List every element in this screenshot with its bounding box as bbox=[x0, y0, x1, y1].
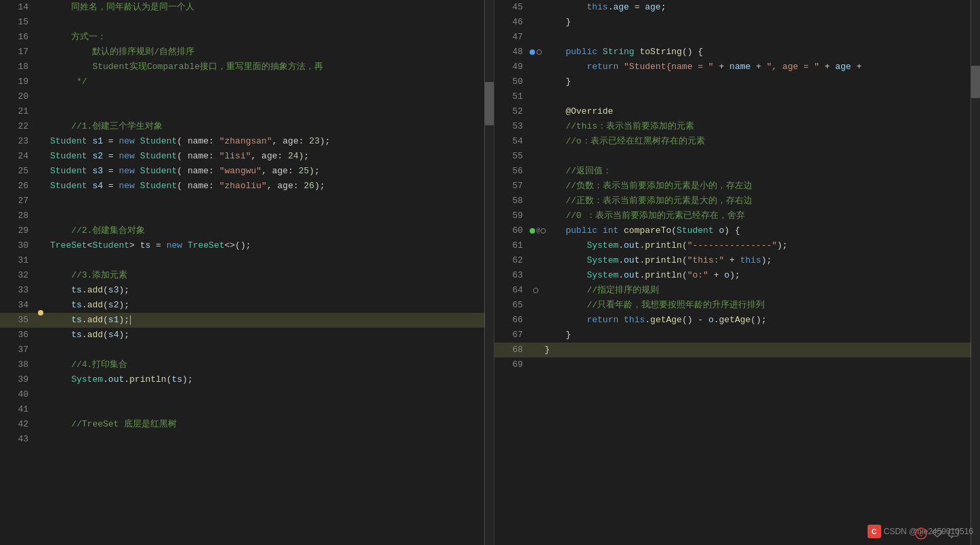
line-content-24: Student s2 = new Student( name: "lisi", … bbox=[47, 149, 494, 164]
line-content-42: //TreeSet 底层是红黑树 bbox=[47, 417, 494, 432]
comment-icon[interactable] bbox=[947, 527, 960, 540]
line-content-66: return this.getAge() - o.getAge(); bbox=[542, 313, 980, 328]
line-num-63: 63 bbox=[494, 268, 528, 283]
line-content-61: System.out.println("---------------"); bbox=[542, 238, 980, 253]
code-line-61: 61 System.out.println("---------------")… bbox=[494, 238, 980, 253]
line-content-16: 方式一： bbox=[47, 30, 494, 45]
svg-rect-2 bbox=[949, 529, 958, 536]
code-line-21: 21 bbox=[0, 104, 494, 119]
line-num-38: 38 bbox=[0, 357, 34, 372]
line-num-43: 43 bbox=[0, 432, 34, 447]
watermark-logo-text: C bbox=[872, 528, 876, 536]
line-num-32: 32 bbox=[0, 268, 34, 283]
line-content-33: ts.add(s3); bbox=[47, 283, 494, 298]
code-line-49: 49 return "Student{name = " + name + ", … bbox=[494, 60, 980, 74]
right-scrollbar-thumb[interactable] bbox=[971, 66, 980, 98]
code-line-19: 19 */ bbox=[0, 74, 494, 89]
line-num-50: 50 bbox=[494, 74, 528, 89]
share-icon[interactable]: C bbox=[915, 527, 927, 540]
code-line-23: 23 Student s1 = new Student( name: "zhan… bbox=[0, 134, 494, 149]
line-content-67: } bbox=[542, 328, 980, 343]
line-content-14: 同姓名，同年龄认为是同一个人 bbox=[47, 0, 494, 15]
line-num-55: 55 bbox=[494, 149, 528, 164]
line-num-59: 59 bbox=[494, 209, 528, 223]
code-line-38: 38 //4.打印集合 bbox=[0, 357, 494, 372]
line-num-67: 67 bbox=[494, 328, 528, 343]
code-line-39: 39 System.out.println(ts); bbox=[0, 372, 494, 387]
watermark-logo: C bbox=[868, 525, 881, 538]
line-content-60: public int compareTo(Student o) { bbox=[542, 223, 980, 238]
code-line-31: 31 bbox=[0, 253, 494, 268]
code-line-26: 26 Student s4 = new Student( name: "zhao… bbox=[0, 179, 494, 194]
line-content-25: Student s3 = new Student( name: "wangwu"… bbox=[47, 164, 494, 179]
line-num-69: 69 bbox=[494, 357, 528, 372]
code-line-53: 53 //this：表示当前要添加的元素 bbox=[494, 119, 980, 134]
editor-container: 14 同姓名，同年龄认为是同一个人 15 16 方式一： 17 bbox=[0, 0, 980, 545]
line-num-58: 58 bbox=[494, 194, 528, 209]
left-scrollbar-thumb[interactable] bbox=[485, 82, 494, 125]
code-line-56: 56 //返回值： bbox=[494, 164, 980, 179]
line-num-18: 18 bbox=[0, 60, 34, 74]
line-num-54: 54 bbox=[494, 134, 528, 149]
line-content-18: Student实现Comparable接口，重写里面的抽象方法，再 bbox=[47, 60, 494, 74]
line-content-54: //o：表示已经在红黑树存在的元素 bbox=[542, 134, 980, 149]
like-icon[interactable] bbox=[931, 527, 943, 540]
line-num-14: 14 bbox=[0, 0, 34, 15]
code-line-42: 42 //TreeSet 底层是红黑树 bbox=[0, 417, 494, 432]
line-content-38: //4.打印集合 bbox=[47, 357, 494, 372]
code-line-69: 69 bbox=[494, 357, 980, 372]
line-content-56: //返回值： bbox=[542, 164, 980, 179]
line-num-52: 52 bbox=[494, 104, 528, 119]
circle-60 bbox=[540, 228, 546, 234]
line-content-46: } bbox=[542, 15, 980, 30]
svg-text:C: C bbox=[919, 531, 923, 538]
code-line-32: 32 //3.添加元素 bbox=[0, 268, 494, 283]
line-num-68: 68 bbox=[494, 343, 528, 357]
line-content-59: //0 ：表示当前要添加的元素已经存在，舍弃 bbox=[542, 209, 980, 223]
line-num-16: 16 bbox=[0, 30, 34, 45]
line-num-30: 30 bbox=[0, 238, 34, 253]
code-line-33: 33 ts.add(s3); bbox=[0, 283, 494, 298]
line-num-28: 28 bbox=[0, 209, 34, 223]
breakpoint-35 bbox=[38, 310, 43, 315]
code-line-22: 22 //1.创建三个学生对象 bbox=[0, 119, 494, 134]
code-line-20: 20 bbox=[0, 89, 494, 104]
line-num-42: 42 bbox=[0, 417, 34, 432]
code-line-48: 48 public String toString() { bbox=[494, 45, 980, 60]
circle-64 bbox=[533, 288, 538, 293]
line-content-23: Student s1 = new Student( name: "zhangsa… bbox=[47, 134, 494, 149]
line-num-53: 53 bbox=[494, 119, 528, 134]
code-line-68: 68 } bbox=[494, 343, 980, 357]
line-content-35: ts.add(s1); bbox=[47, 313, 494, 328]
line-content-68: } bbox=[542, 343, 980, 357]
line-num-15: 15 bbox=[0, 15, 34, 30]
line-num-21: 21 bbox=[0, 104, 34, 119]
line-content-30: TreeSet<Student> ts = new TreeSet<>(); bbox=[47, 238, 494, 253]
line-content-39: System.out.println(ts); bbox=[47, 372, 494, 387]
left-scrollbar[interactable] bbox=[485, 0, 494, 545]
code-line-57: 57 //负数：表示当前要添加的元素是小的，存左边 bbox=[494, 179, 980, 194]
line-content-58: //正数：表示当前要添加的元素是大的，存右边 bbox=[542, 194, 980, 209]
code-line-14: 14 同姓名，同年龄认为是同一个人 bbox=[0, 0, 494, 15]
code-line-58: 58 //正数：表示当前要添加的元素是大的，存右边 bbox=[494, 194, 980, 209]
code-line-66: 66 return this.getAge() - o.getAge(); bbox=[494, 313, 980, 328]
line-content-52: @Override bbox=[542, 104, 980, 119]
line-num-23: 23 bbox=[0, 134, 34, 149]
code-line-65: 65 //只看年龄，我想要按照年龄的升序进行排列 bbox=[494, 298, 980, 313]
right-scrollbar[interactable] bbox=[971, 0, 980, 545]
line-num-57: 57 bbox=[494, 179, 528, 194]
code-line-36: 36 ts.add(s4); bbox=[0, 328, 494, 343]
code-line-28: 28 bbox=[0, 209, 494, 223]
line-content-57: //负数：表示当前要添加的元素是小的，存左边 bbox=[542, 179, 980, 194]
code-line-59: 59 //0 ：表示当前要添加的元素已经存在，舍弃 bbox=[494, 209, 980, 223]
right-pane: 45 this.age = age; 46 } 47 48 bbox=[494, 0, 980, 545]
gutter-64 bbox=[528, 283, 542, 293]
code-line-51: 51 bbox=[494, 89, 980, 104]
code-line-43: 43 bbox=[0, 432, 494, 447]
line-content-49: return "Student{name = " + name + ", age… bbox=[542, 60, 980, 74]
line-num-39: 39 bbox=[0, 372, 34, 387]
circle-48 bbox=[536, 49, 542, 55]
line-num-56: 56 bbox=[494, 164, 528, 179]
breakpoint-60-green bbox=[530, 228, 535, 234]
line-num-27: 27 bbox=[0, 194, 34, 209]
